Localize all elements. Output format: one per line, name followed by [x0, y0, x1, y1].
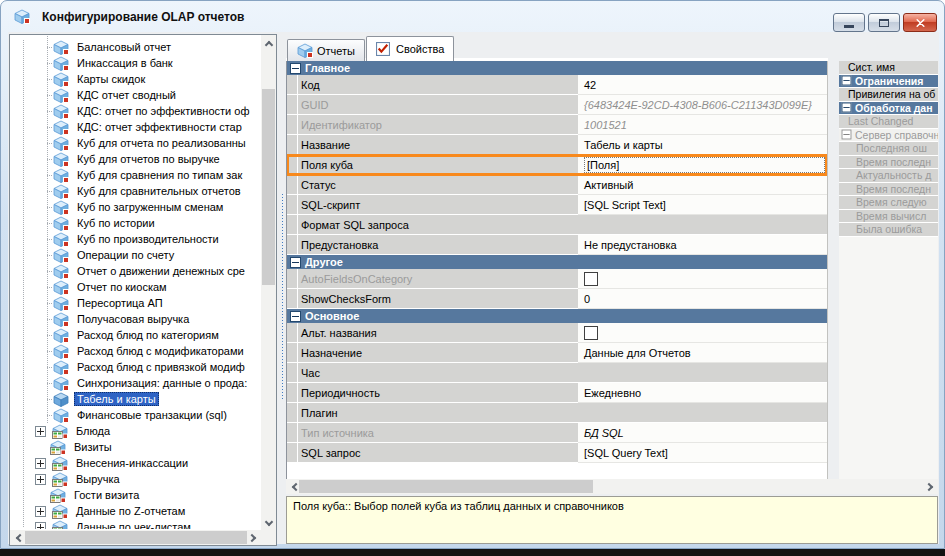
- property-value[interactable]: {6483424E-92CD-4308-B606-C211343D099E}: [578, 95, 827, 115]
- side-property-row[interactable]: Время последн: [839, 156, 938, 170]
- property-row[interactable]: SQL-скрипт[SQL Script Text]: [287, 195, 827, 215]
- scroll-thumb[interactable]: [299, 480, 593, 493]
- property-row[interactable]: СтатусАктивный: [287, 175, 827, 195]
- expand-plus-icon[interactable]: [35, 522, 46, 530]
- collapse-minus-icon[interactable]: [290, 63, 301, 74]
- scroll-thumb[interactable]: [25, 531, 247, 544]
- tree-item[interactable]: Балансовый отчет: [11, 39, 260, 55]
- tree-item[interactable]: Гости визита: [11, 487, 260, 503]
- tree-item[interactable]: Синхронизация: данные о прода:: [11, 375, 260, 391]
- property-category-header[interactable]: Главное: [287, 61, 827, 75]
- collapse-minus-icon[interactable]: [290, 311, 301, 322]
- property-row[interactable]: Час: [287, 363, 827, 383]
- property-value[interactable]: Не предустановка: [578, 235, 827, 255]
- tree-item[interactable]: Данные по Z-отчетам: [11, 503, 260, 519]
- tree-item[interactable]: Куб по загруженным сменам: [11, 199, 260, 215]
- tab-reports[interactable]: Отчеты: [287, 39, 365, 61]
- tree-item[interactable]: Финансовые транзакции (sql): [11, 407, 260, 423]
- scroll-left-button[interactable]: [10, 530, 25, 545]
- scroll-thumb[interactable]: [262, 89, 275, 285]
- property-value[interactable]: Табель и карты: [578, 135, 827, 155]
- side-property-row[interactable]: Была ошибка: [839, 223, 938, 237]
- property-row[interactable]: НазваниеТабель и карты: [287, 135, 827, 155]
- tree-item[interactable]: КДС отчет сводный: [11, 87, 260, 103]
- property-row[interactable]: Альт. названия: [287, 323, 827, 343]
- tree-item[interactable]: Внесения-инкассации: [11, 455, 260, 471]
- tree-item[interactable]: Табель и карты: [11, 391, 260, 407]
- checkbox-icon[interactable]: [584, 272, 598, 286]
- property-row[interactable]: ShowChecksForm0: [287, 289, 827, 309]
- tree-item[interactable]: Визиты: [11, 439, 260, 455]
- tree-item[interactable]: Расход блюд с привязкой модиф: [11, 359, 260, 375]
- checkbox-icon[interactable]: [584, 326, 598, 340]
- tab-properties[interactable]: Свойства: [366, 36, 454, 61]
- property-value[interactable]: БД SQL: [578, 423, 827, 443]
- title-bar[interactable]: Конфигурирование OLAP отчетов: [1, 1, 944, 32]
- side-property-row[interactable]: Последняя ош: [839, 142, 938, 156]
- side-property-row[interactable]: Время вычисл: [839, 210, 938, 224]
- property-row[interactable]: AutoFieldsOnCategory: [287, 269, 827, 289]
- property-row[interactable]: Код42: [287, 75, 827, 95]
- property-row[interactable]: GUID{6483424E-92CD-4308-B606-C211343D099…: [287, 95, 827, 115]
- property-value[interactable]: 1001521: [578, 115, 827, 135]
- tree-item[interactable]: Куб для отчета по реализованны: [11, 135, 260, 151]
- side-category-header[interactable]: Обработка дан: [839, 102, 938, 116]
- tree-item[interactable]: Куб по истории: [11, 215, 260, 231]
- property-value[interactable]: 42: [578, 75, 827, 95]
- scroll-up-button[interactable]: [261, 35, 276, 50]
- tree-item[interactable]: Расход блюд по категориям: [11, 327, 260, 343]
- tree-vertical-scrollbar[interactable]: [261, 35, 276, 530]
- side-property-row[interactable]: Last Changed: [839, 115, 938, 129]
- property-value[interactable]: Данные для Отчетов: [578, 343, 827, 363]
- side-property-row[interactable]: Актуальность д: [839, 169, 938, 183]
- side-property-row[interactable]: Сист. имя: [839, 61, 938, 75]
- tree-item[interactable]: Куб для сравнения по типам зак: [11, 167, 260, 183]
- collapse-minus-icon[interactable]: [842, 76, 852, 86]
- scroll-right-button[interactable]: [923, 479, 938, 494]
- property-value[interactable]: Ежедневно: [578, 383, 827, 403]
- tree-item[interactable]: Куб для отчетов по выручке: [11, 151, 260, 167]
- tree-item[interactable]: Получасовая выручка: [11, 311, 260, 327]
- property-value[interactable]: 0: [578, 289, 827, 309]
- tree-item[interactable]: КДС: отчет эффективности стар: [11, 119, 260, 135]
- property-row[interactable]: Тип источникаБД SQL: [287, 423, 827, 443]
- maximize-button[interactable]: [868, 13, 900, 32]
- property-row[interactable]: Плагин: [287, 403, 827, 423]
- side-property-row[interactable]: Привилегия на об: [839, 88, 938, 102]
- scroll-down-button[interactable]: [261, 515, 276, 530]
- property-row[interactable]: Поля куба[Поля]: [287, 155, 827, 175]
- side-subcategory-header[interactable]: Сервер справочн: [839, 129, 938, 143]
- expand-plus-icon[interactable]: [35, 426, 46, 437]
- expand-plus-icon[interactable]: [35, 458, 46, 469]
- expand-plus-icon[interactable]: [35, 506, 46, 517]
- property-value[interactable]: [578, 363, 827, 383]
- property-row[interactable]: ПериодичностьЕжедневно: [287, 383, 827, 403]
- property-category-header[interactable]: Другое: [287, 255, 827, 269]
- tree-item[interactable]: Выручка: [11, 471, 260, 487]
- scroll-right-button[interactable]: [246, 530, 261, 545]
- tree-item[interactable]: Куб по производительности: [11, 231, 260, 247]
- tree-item[interactable]: Инкассация в банк: [11, 55, 260, 71]
- property-row[interactable]: SQL запрос[SQL Query Text]: [287, 443, 827, 463]
- collapse-minus-icon[interactable]: [842, 103, 852, 113]
- property-row[interactable]: Формат SQL запроса: [287, 215, 827, 235]
- property-value[interactable]: [578, 323, 827, 343]
- tree-item[interactable]: Пересортица АП: [11, 295, 260, 311]
- panel-splitter[interactable]: [278, 34, 286, 546]
- property-value[interactable]: [578, 269, 827, 289]
- tree-item[interactable]: КДС: отчет по эффективности оф: [11, 103, 260, 119]
- property-category-header[interactable]: Основное: [287, 309, 827, 323]
- tree-item[interactable]: Операции по счету: [11, 247, 260, 263]
- tree-item[interactable]: Отчет по киоскам: [11, 279, 260, 295]
- property-value[interactable]: [578, 215, 827, 235]
- property-row[interactable]: Идентификатор1001521: [287, 115, 827, 135]
- tree-item[interactable]: Куб для сравнительных отчетов: [11, 183, 260, 199]
- minimize-button[interactable]: [833, 13, 865, 32]
- property-row[interactable]: НазначениеДанные для Отчетов: [287, 343, 827, 363]
- property-value[interactable]: Активный: [578, 175, 827, 195]
- expand-plus-icon[interactable]: [35, 474, 46, 485]
- close-button[interactable]: [903, 13, 937, 32]
- side-property-row[interactable]: Время следую: [839, 196, 938, 210]
- property-value[interactable]: [Поля]: [578, 155, 827, 175]
- tree-horizontal-scrollbar[interactable]: [10, 530, 261, 545]
